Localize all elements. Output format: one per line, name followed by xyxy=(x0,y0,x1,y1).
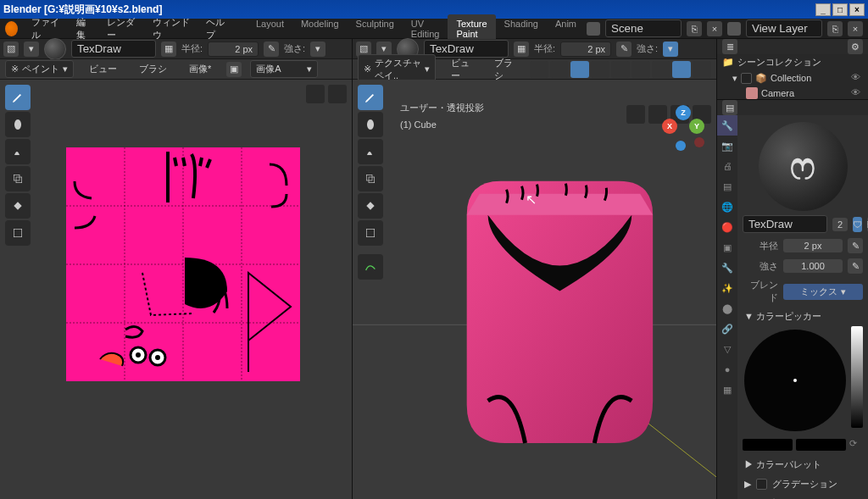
uv-texture-canvas[interactable] xyxy=(66,147,300,381)
uv-viewport[interactable] xyxy=(0,80,352,499)
tree-item-camera[interactable]: Camera 👁 xyxy=(717,86,868,101)
brush-preview-icon[interactable] xyxy=(44,38,66,60)
ptab-physics[interactable]: ⬤ xyxy=(717,298,737,319)
gradation-checkbox[interactable] xyxy=(756,479,767,490)
close-button[interactable]: × xyxy=(849,3,865,16)
uv-menu-brush[interactable]: ブラシ xyxy=(132,60,174,78)
new-scene-icon[interactable]: ⎘ xyxy=(687,21,702,36)
shading-solid-icon[interactable] xyxy=(652,61,670,78)
shading-wireframe-icon[interactable] xyxy=(632,61,650,78)
chevron-down-icon[interactable]: ▾ xyxy=(24,42,39,57)
ptab-texture[interactable]: ▦ xyxy=(717,380,737,400)
top-menu-bar: ファイル 編集 レンダー ウィンドウ ヘルプ Layout Modeling S… xyxy=(0,19,868,39)
panel-color-palette-header[interactable]: ▶ カラーパレット xyxy=(743,455,863,474)
v3d-pressure-radius-icon[interactable]: ✎ xyxy=(616,42,632,57)
collection-icon: 📦 xyxy=(755,73,767,84)
v3d-cube-render xyxy=(353,80,716,494)
swap-colors-icon[interactable]: ⟳ xyxy=(849,438,863,452)
filter-icon[interactable]: ⚙ xyxy=(848,39,863,54)
uv-image-selector[interactable]: 画像A▾ xyxy=(250,60,318,78)
ptab-modifiers[interactable]: 🔧 xyxy=(717,258,737,278)
pressure-icon[interactable]: ✎ xyxy=(848,258,863,274)
tree-collection[interactable]: ▾ 📦 Collection 👁 xyxy=(717,70,868,86)
uv-radius-label: 半径: xyxy=(181,42,203,55)
panel-color-picker-header[interactable]: ▼ カラーピッカー xyxy=(743,307,863,326)
prop-blend-dropdown[interactable]: ミックス ▾ xyxy=(783,284,863,300)
image-icon[interactable]: ▣ xyxy=(226,62,242,77)
ptab-scene[interactable]: 🌐 xyxy=(717,197,737,217)
svg-point-12 xyxy=(155,355,160,360)
scene-name-input[interactable] xyxy=(605,19,682,37)
tool-mask[interactable] xyxy=(5,220,31,246)
svg-rect-1 xyxy=(16,177,22,183)
collection-checkbox[interactable] xyxy=(741,73,752,84)
brush-sphere-preview[interactable]: ෆ xyxy=(759,122,848,211)
tool-smear[interactable] xyxy=(5,139,31,164)
viewlayer-name-input[interactable] xyxy=(746,19,822,37)
ptab-material[interactable]: ● xyxy=(717,359,737,380)
shading-material-icon[interactable] xyxy=(672,61,691,78)
gizmo-toggle-icon[interactable] xyxy=(570,61,589,78)
blender-logo-icon[interactable] xyxy=(5,21,18,36)
overlay-toggle-icon[interactable] xyxy=(591,61,609,78)
uv-editor-header: ▧ ▾ ▦ 半径: 2 px ✎ 強さ: ▾ xyxy=(0,39,352,59)
scene-icon[interactable] xyxy=(587,22,600,36)
v3d-radius-field[interactable]: 2 px xyxy=(560,42,611,57)
ptab-world[interactable]: 🔴 xyxy=(717,217,737,237)
panel-options-header[interactable]: ▶ オプション xyxy=(743,494,863,499)
ptab-object[interactable]: ▣ xyxy=(717,237,737,258)
minimize-button[interactable]: _ xyxy=(815,3,831,16)
ptab-particles[interactable]: ✨ xyxy=(717,278,737,298)
uv-brush-menu-icon[interactable]: ▦ xyxy=(161,42,176,57)
v3d-strength-toggle-icon[interactable]: ▾ xyxy=(663,42,678,57)
ptab-viewlayer[interactable]: ▤ xyxy=(717,176,737,197)
pressure-icon[interactable]: ✎ xyxy=(848,238,863,253)
v3d-viewport[interactable]: ユーザー・透視投影 (1) Cube Z X Y xyxy=(353,80,716,499)
uv-pressure-radius-icon[interactable]: ✎ xyxy=(264,42,279,57)
proportional-icon[interactable] xyxy=(550,61,569,78)
uv-menu-view[interactable]: ビュー xyxy=(82,60,124,78)
value-slider[interactable] xyxy=(851,326,863,428)
uv-menu-image[interactable]: 画像* xyxy=(182,60,218,78)
tool-draw[interactable] xyxy=(5,85,31,110)
prop-radius-value[interactable]: 2 px xyxy=(783,239,843,252)
shading-rendered-icon[interactable] xyxy=(693,61,711,78)
ptab-render[interactable]: 📷 xyxy=(717,136,737,156)
new-viewlayer-icon[interactable]: ⎘ xyxy=(827,21,843,36)
delete-scene-icon[interactable]: × xyxy=(707,21,722,36)
uv-brush-name-input[interactable] xyxy=(71,40,156,58)
uv-strength-menu-icon[interactable]: ▾ xyxy=(310,42,326,57)
snap-icon[interactable] xyxy=(530,61,548,78)
tool-soften[interactable] xyxy=(5,112,31,137)
svg-rect-0 xyxy=(14,175,19,180)
maximize-button[interactable]: □ xyxy=(832,3,848,16)
ptab-constraints[interactable]: 🔗 xyxy=(717,319,737,339)
visibility-eye-icon[interactable]: 👁 xyxy=(851,72,863,84)
ptab-data[interactable]: ▽ xyxy=(717,339,737,359)
tool-clone[interactable] xyxy=(5,166,31,191)
visibility-eye-icon[interactable]: 👁 xyxy=(851,87,863,99)
outliner-type-icon[interactable]: ≣ xyxy=(722,39,737,54)
properties-type-icon[interactable]: ▤ xyxy=(722,100,737,115)
tree-scene-collection[interactable]: 📁 シーンコレクション xyxy=(717,54,868,70)
delete-viewlayer-icon[interactable]: × xyxy=(848,21,863,36)
hand-icon[interactable] xyxy=(306,85,325,103)
color-swatch-secondary[interactable] xyxy=(796,439,846,451)
viewlayer-icon[interactable] xyxy=(727,22,741,36)
color-swatch-primary[interactable] xyxy=(743,439,793,451)
uv-mode-dropdown[interactable]: ※ペイント▾ xyxy=(5,60,74,78)
fake-user-icon[interactable]: 🛡 xyxy=(853,217,862,232)
ptab-tool[interactable]: 🔧 xyxy=(717,115,737,136)
brush-name-field[interactable] xyxy=(743,215,827,233)
color-wheel[interactable] xyxy=(744,330,846,431)
sidebar-toggle-icon[interactable] xyxy=(328,85,347,103)
brush-users[interactable]: 2 xyxy=(832,218,848,231)
prop-strength-value[interactable]: 1.000 xyxy=(783,259,843,273)
panel-gradation-header[interactable]: ▶ グラデーション xyxy=(743,474,863,494)
uv-radius-field[interactable]: 2 px xyxy=(208,42,259,57)
xray-icon[interactable] xyxy=(611,61,630,78)
tool-fill[interactable] xyxy=(5,193,31,219)
ptab-output[interactable]: 🖨 xyxy=(717,156,737,176)
editor-type-icon[interactable]: ▧ xyxy=(3,42,19,57)
prop-blend-label: ブレンド xyxy=(743,279,778,304)
